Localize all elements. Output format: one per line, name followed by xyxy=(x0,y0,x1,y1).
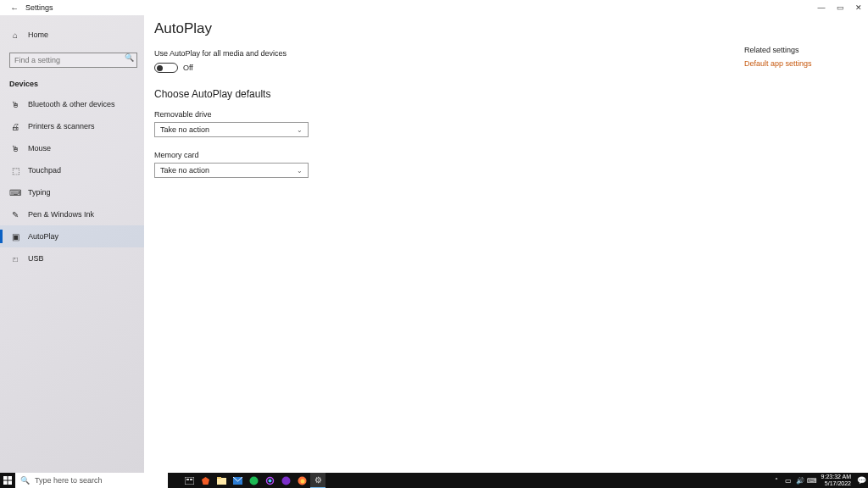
sidebar-item-label: Pen & Windows Ink xyxy=(28,210,94,219)
system-tray: ˄ ▭ 🔊 ⌨ 9:23:32 AM 5/17/2022 💬 xyxy=(771,473,868,488)
minimize-button[interactable]: — xyxy=(812,0,831,15)
svg-point-14 xyxy=(281,476,290,485)
clock-date: 5/17/2022 xyxy=(821,480,851,487)
select-value: Take no action xyxy=(160,166,209,175)
sidebar-item-icon: 🖨 xyxy=(9,122,21,131)
maximize-button[interactable]: ▭ xyxy=(831,0,849,15)
sidebar: ⌂ Home 🔍 Devices 🖱Bluetooth & other devi… xyxy=(0,15,144,473)
svg-rect-5 xyxy=(186,479,189,480)
select-value: Take no action xyxy=(160,125,209,134)
taskbar-app-mail[interactable] xyxy=(230,473,245,488)
sidebar-item-autoplay[interactable]: ▣AutoPlay xyxy=(0,225,144,247)
taskbar-apps: ⚙ xyxy=(181,473,326,488)
svg-rect-3 xyxy=(8,481,13,485)
sidebar-item-icon: 🖱 xyxy=(9,144,21,153)
tray-input-icon[interactable]: ⌨ xyxy=(806,477,818,485)
sidebar-item-label: Mouse xyxy=(28,144,51,152)
sidebar-home-label: Home xyxy=(28,30,48,39)
sidebar-home[interactable]: ⌂ Home xyxy=(0,24,144,46)
related-settings: Related settings Default app settings xyxy=(744,46,846,68)
svg-point-11 xyxy=(249,476,258,485)
chevron-down-icon: ⌄ xyxy=(297,167,303,175)
close-button[interactable]: ✕ xyxy=(849,0,868,15)
sidebar-item-printers-scanners[interactable]: 🖨Printers & scanners xyxy=(0,115,144,137)
sidebar-section-label: Devices xyxy=(0,75,144,93)
sidebar-item-label: Printers & scanners xyxy=(28,122,95,130)
related-title: Related settings xyxy=(744,46,846,54)
sidebar-item-label: AutoPlay xyxy=(28,232,58,241)
search-icon: 🔍 xyxy=(20,476,30,485)
back-button[interactable]: ← xyxy=(7,0,22,15)
svg-rect-9 xyxy=(217,477,221,479)
svg-rect-6 xyxy=(190,479,192,480)
sidebar-item-icon: ▣ xyxy=(9,232,21,241)
sidebar-item-icon: ⬚ xyxy=(9,166,21,175)
taskbar-app-generic1[interactable] xyxy=(262,473,277,488)
tray-volume-icon[interactable]: 🔊 xyxy=(794,477,806,485)
svg-rect-8 xyxy=(217,478,226,485)
related-link-default-apps[interactable]: Default app settings xyxy=(744,59,846,68)
chevron-down-icon: ⌄ xyxy=(297,126,303,134)
taskbar-app-generic2[interactable] xyxy=(278,473,293,488)
taskbar-app-spotify[interactable] xyxy=(246,473,261,488)
search-input[interactable] xyxy=(9,53,137,68)
taskbar-app-settings[interactable]: ⚙ xyxy=(310,473,326,488)
svg-rect-4 xyxy=(185,477,194,485)
sidebar-item-icon: 🖱 xyxy=(9,100,21,109)
field-label: Removable drive xyxy=(154,110,854,119)
svg-rect-0 xyxy=(3,476,8,480)
sidebar-item-label: Bluetooth & other devices xyxy=(28,100,115,108)
sidebar-item-icon: ⏍ xyxy=(9,254,21,263)
defaults-heading: Choose AutoPlay defaults xyxy=(154,88,854,100)
sidebar-item-label: USB xyxy=(28,254,44,263)
taskbar-app-brave[interactable] xyxy=(198,473,213,488)
select-removable-drive[interactable]: Take no action⌄ xyxy=(154,122,309,137)
field-label: Memory card xyxy=(154,151,854,159)
page-title: AutoPlay xyxy=(154,20,854,37)
sidebar-item-bluetooth-other-devices[interactable]: 🖱Bluetooth & other devices xyxy=(0,93,144,115)
sidebar-item-mouse[interactable]: 🖱Mouse xyxy=(0,137,144,159)
titlebar: ← Settings — ▭ ✕ xyxy=(0,0,868,15)
taskbar-search[interactable]: 🔍 Type here to search xyxy=(15,473,168,488)
svg-rect-1 xyxy=(8,476,13,480)
taskbar-clock[interactable]: 9:23:32 AM 5/17/2022 xyxy=(818,474,854,487)
toggle-state-label: Off xyxy=(183,64,193,72)
sidebar-item-icon: ⌨ xyxy=(9,188,21,197)
main-content: AutoPlay Use AutoPlay for all media and … xyxy=(154,20,854,473)
taskbar: 🔍 Type here to search ⚙ ˄ ▭ 🔊 ⌨ 9:23:32 … xyxy=(0,473,868,488)
svg-marker-7 xyxy=(202,477,209,485)
sidebar-item-typing[interactable]: ⌨Typing xyxy=(0,181,144,203)
gear-icon: ⚙ xyxy=(314,475,322,485)
window-title: Settings xyxy=(25,3,53,12)
action-center-icon[interactable]: 💬 xyxy=(854,473,868,488)
clock-time: 9:23:32 AM xyxy=(821,474,851,480)
sidebar-item-usb[interactable]: ⏍USB xyxy=(0,247,144,269)
sidebar-item-icon: ✎ xyxy=(9,210,21,219)
svg-rect-2 xyxy=(3,481,8,485)
sidebar-item-label: Touchpad xyxy=(28,166,61,175)
sidebar-item-label: Typing xyxy=(28,188,51,197)
autoplay-toggle[interactable] xyxy=(154,63,178,73)
taskbar-search-placeholder: Type here to search xyxy=(35,476,103,485)
home-icon: ⌂ xyxy=(9,30,21,40)
svg-point-13 xyxy=(268,479,271,482)
taskbar-app-explorer[interactable] xyxy=(214,473,229,488)
sidebar-item-pen-windows-ink[interactable]: ✎Pen & Windows Ink xyxy=(0,203,144,225)
select-memory-card[interactable]: Take no action⌄ xyxy=(154,163,309,178)
svg-point-16 xyxy=(300,479,304,483)
toggle-knob xyxy=(157,65,163,71)
taskbar-app-firefox[interactable] xyxy=(294,473,309,488)
tray-overflow-icon[interactable]: ˄ xyxy=(771,477,782,485)
start-button[interactable] xyxy=(0,473,15,488)
search-wrap: 🔍 xyxy=(9,51,137,68)
task-view-icon[interactable] xyxy=(181,473,197,488)
tray-network-icon[interactable]: ▭ xyxy=(782,477,794,485)
sidebar-item-touchpad[interactable]: ⬚Touchpad xyxy=(0,159,144,181)
